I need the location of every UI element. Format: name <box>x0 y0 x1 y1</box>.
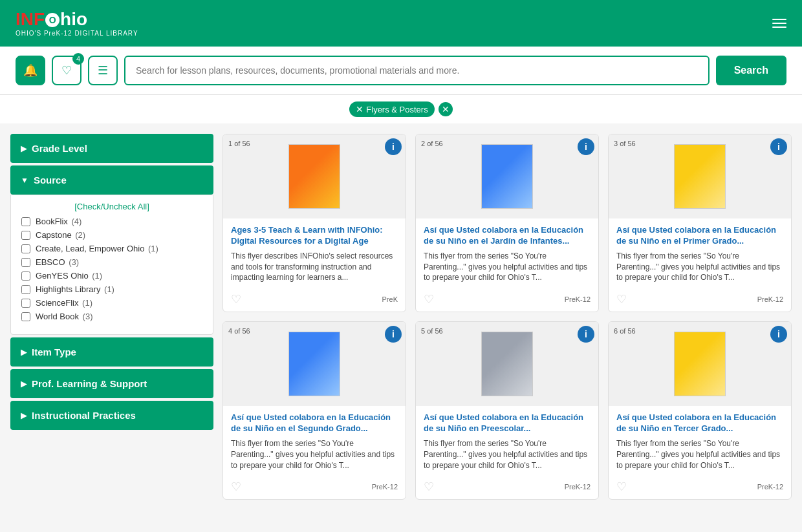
grade-level-label: Grade Level <box>32 143 87 154</box>
card-title: Así que Usted colabora en la Educación d… <box>616 225 783 247</box>
source-worldbook-label[interactable]: World Book (3) <box>36 312 92 321</box>
prof-learning-label: Prof. Learning & Support <box>32 378 147 389</box>
grade-level-arrow-icon: ▶ <box>21 144 27 153</box>
check-uncheck-all[interactable]: [Check/Uncheck All] <box>21 202 202 211</box>
top-header: INFOhio OHIO'S PreK-12 DIGITAL LIBRARY <box>0 0 802 47</box>
main-layout: ▶ Grade Level ▼ Source [Check/Uncheck Al… <box>0 123 802 510</box>
card-body: Así que Usted colabora en la Educación d… <box>223 406 406 476</box>
source-create-label[interactable]: Create, Lead, Empower Ohio (1) <box>36 244 158 253</box>
card-info-button[interactable]: i <box>385 326 402 343</box>
filter-chips-bar: ✕ Flyers & Posters ✕ <box>0 95 802 123</box>
card-description: This flyer describes INFOhio's select re… <box>231 251 398 283</box>
card-footer: ♡ PreK-12 <box>416 476 598 499</box>
item-type-filter-header[interactable]: ▶ Item Type <box>10 337 213 367</box>
card-body: Ages 3-5 Teach & Learn with INFOhio: Dig… <box>223 218 406 288</box>
hamburger-line-3 <box>772 27 786 28</box>
list-view-button[interactable]: ☰ <box>88 56 118 85</box>
source-create-checkbox[interactable] <box>21 244 30 253</box>
instructional-practices-arrow-icon: ▶ <box>21 411 27 420</box>
source-scienceflix-label[interactable]: ScienceFlix (1) <box>36 298 92 308</box>
source-bookflix-checkbox[interactable] <box>21 217 30 226</box>
card-description: This flyer from the series "So You're Pa… <box>616 438 783 471</box>
favorites-button[interactable]: ♡ 4 <box>52 56 81 85</box>
card-info-button[interactable]: i <box>770 138 787 155</box>
card-item[interactable]: 6 of 56 i Así que Usted colabora en la E… <box>608 321 792 500</box>
card-grade-badge: PreK <box>382 295 398 303</box>
card-info-button[interactable]: i <box>578 138 594 155</box>
source-highlights-item: Highlights Library (1) <box>21 284 202 294</box>
card-grade-badge: PreK-12 <box>757 483 783 491</box>
prof-learning-filter-header[interactable]: ▶ Prof. Learning & Support <box>10 369 213 398</box>
logo-inf: INF <box>16 9 45 29</box>
card-thumbnail <box>288 332 340 396</box>
source-create-item: Create, Lead, Empower Ohio (1) <box>21 244 202 253</box>
card-grade-badge: PreK-12 <box>565 295 591 303</box>
source-capstone-label[interactable]: Capstone (2) <box>36 230 85 240</box>
card-thumbnail <box>481 144 533 209</box>
card-info-button[interactable]: i <box>578 326 594 343</box>
card-title: Así que Usted colabora en la Educación d… <box>231 412 398 434</box>
instructional-practices-label: Instructional Practices <box>32 410 136 421</box>
card-footer: ♡ PreK <box>223 288 406 312</box>
card-item[interactable]: 1 of 56 i Ages 3-5 Teach & Learn with IN… <box>222 134 406 312</box>
notification-button[interactable]: 🔔 <box>16 56 45 85</box>
card-description: This flyer from the series "So You're Pa… <box>424 438 591 471</box>
source-ebsco-item: EBSCO (3) <box>21 257 202 267</box>
source-highlights-checkbox[interactable] <box>21 285 30 294</box>
chip-close-icon[interactable]: ✕ <box>356 104 363 114</box>
filter-chip-flyers[interactable]: ✕ Flyers & Posters <box>349 101 434 117</box>
source-filter-header[interactable]: ▼ Source <box>10 165 213 195</box>
card-info-button[interactable]: i <box>385 138 402 155</box>
search-button[interactable]: Search <box>716 56 786 85</box>
logo-circle: O <box>45 13 60 27</box>
card-counter: 1 of 56 <box>228 140 250 147</box>
card-grade-badge: PreK-12 <box>565 483 591 491</box>
card-title: Ages 3-5 Teach & Learn with INFOhio: Dig… <box>231 225 398 247</box>
card-counter: 6 of 56 <box>614 327 636 335</box>
card-favorite-button[interactable]: ♡ <box>424 480 434 494</box>
source-arrow-icon: ▼ <box>21 176 28 185</box>
card-footer: ♡ PreK-12 <box>609 476 791 499</box>
card-header: 4 of 56 i <box>223 322 406 406</box>
card-favorite-button[interactable]: ♡ <box>424 292 434 306</box>
card-header: 1 of 56 i <box>223 134 406 218</box>
card-favorite-button[interactable]: ♡ <box>616 292 627 306</box>
chip-label: Flyers & Posters <box>366 105 428 114</box>
source-ebsco-checkbox[interactable] <box>21 258 30 267</box>
hamburger-line-1 <box>772 19 786 20</box>
card-favorite-button[interactable]: ♡ <box>231 480 241 494</box>
card-header: 5 of 56 i <box>416 322 598 406</box>
instructional-practices-filter-header[interactable]: ▶ Instructional Practices <box>10 401 213 430</box>
sidebar: ▶ Grade Level ▼ Source [Check/Uncheck Al… <box>10 134 213 500</box>
card-counter: 2 of 56 <box>421 140 443 147</box>
source-genyes-checkbox[interactable] <box>21 271 30 281</box>
source-highlights-label[interactable]: Highlights Library (1) <box>36 284 114 294</box>
source-genyes-item: GenYES Ohio (1) <box>21 271 202 281</box>
source-bookflix-label[interactable]: BookFlix (4) <box>36 217 81 226</box>
source-scienceflix-checkbox[interactable] <box>21 299 30 308</box>
card-favorite-button[interactable]: ♡ <box>231 292 241 306</box>
card-favorite-button[interactable]: ♡ <box>616 480 627 494</box>
card-item[interactable]: 3 of 56 i Así que Usted colabora en la E… <box>608 134 792 312</box>
source-worldbook-checkbox[interactable] <box>21 312 30 321</box>
source-filter-section: ▼ Source [Check/Uncheck All] BookFlix (4… <box>10 165 213 335</box>
source-ebsco-label[interactable]: EBSCO (3) <box>36 257 79 267</box>
card-info-button[interactable]: i <box>770 326 787 343</box>
hamburger-line-2 <box>772 23 786 24</box>
source-filter-body: [Check/Uncheck All] BookFlix (4) Capston… <box>10 195 213 335</box>
card-counter: 3 of 56 <box>614 140 636 147</box>
grade-level-filter-header[interactable]: ▶ Grade Level <box>10 134 213 163</box>
card-thumbnail <box>674 332 726 396</box>
hamburger-menu-button[interactable] <box>772 19 786 28</box>
search-bar-section: 🔔 ♡ 4 ☰ Search <box>0 47 802 95</box>
card-item[interactable]: 2 of 56 i Así que Usted colabora en la E… <box>415 134 599 312</box>
logo-subtitle: OHIO'S PreK-12 DIGITAL LIBRARY <box>16 30 138 37</box>
logo: INFOhio OHIO'S PreK-12 DIGITAL LIBRARY <box>16 10 138 37</box>
card-body: Así que Usted colabora en la Educación d… <box>416 218 598 288</box>
source-genyes-label[interactable]: GenYES Ohio (1) <box>36 271 102 281</box>
source-capstone-checkbox[interactable] <box>21 231 30 240</box>
card-item[interactable]: 4 of 56 i Así que Usted colabora en la E… <box>222 321 406 500</box>
search-input[interactable] <box>124 56 710 85</box>
card-item[interactable]: 5 of 56 i Así que Usted colabora en la E… <box>415 321 599 500</box>
clear-all-chip-button[interactable]: ✕ <box>439 102 453 116</box>
